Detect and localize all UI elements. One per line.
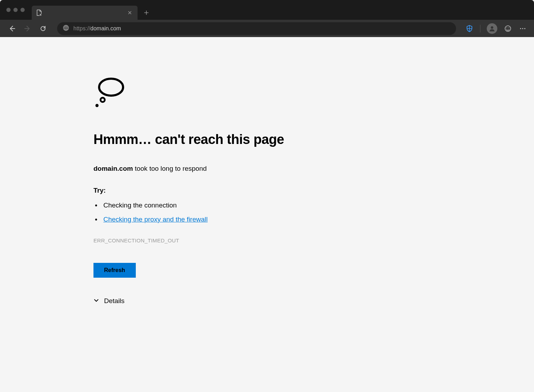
- thought-bubble-icon: [93, 76, 534, 111]
- url-prefix: https://: [73, 25, 90, 31]
- minimize-window-button[interactable]: [13, 8, 18, 12]
- new-tab-button[interactable]: [141, 7, 152, 18]
- error-message: domain.com took too long to respond: [93, 165, 534, 173]
- toolbar-divider: [480, 25, 480, 32]
- svg-point-4: [506, 28, 507, 28]
- browser-tab[interactable]: [32, 6, 138, 20]
- back-button[interactable]: [7, 24, 17, 34]
- globe-icon: [63, 25, 69, 32]
- try-list: Checking the connection Checking the pro…: [93, 201, 534, 223]
- close-window-button[interactable]: [6, 8, 11, 12]
- details-label: Details: [104, 297, 125, 305]
- refresh-button[interactable]: [38, 24, 48, 34]
- svg-point-8: [524, 28, 526, 29]
- error-title: Hmmm… can't reach this page: [93, 132, 534, 147]
- error-page-content: Hmmm… can't reach this page domain.com t…: [0, 37, 534, 305]
- try-label: Try:: [93, 187, 534, 194]
- svg-point-7: [522, 28, 523, 29]
- url-text: https://domain.com: [73, 25, 121, 32]
- window-controls: [6, 8, 25, 12]
- page-error-icon: [36, 10, 42, 16]
- svg-point-9: [101, 98, 105, 102]
- profile-avatar[interactable]: [487, 23, 497, 34]
- proxy-firewall-link[interactable]: Checking the proxy and the firewall: [103, 216, 208, 223]
- try-item-connection: Checking the connection: [93, 201, 534, 209]
- error-code: ERR_CONNECTION_TIMED_OUT: [93, 237, 534, 243]
- url-domain: domain.com: [90, 25, 121, 31]
- chevron-down-icon: [93, 297, 99, 305]
- toolbar-right: [465, 23, 527, 34]
- refresh-page-button[interactable]: Refresh: [93, 263, 136, 278]
- toolbar: https://domain.com: [0, 20, 534, 37]
- svg-point-2: [491, 26, 493, 29]
- browser-chrome: https://domain.com: [0, 0, 534, 37]
- feedback-icon[interactable]: [504, 24, 512, 33]
- address-bar[interactable]: https://domain.com: [57, 22, 456, 35]
- svg-point-5: [509, 28, 509, 28]
- details-toggle[interactable]: Details: [93, 297, 534, 305]
- forward-button[interactable]: [23, 24, 32, 34]
- tracking-shield-icon[interactable]: [465, 24, 474, 33]
- error-message-text: took too long to respond: [133, 165, 207, 172]
- svg-point-6: [520, 28, 521, 29]
- try-item-proxy: Checking the proxy and the firewall: [93, 216, 534, 223]
- titlebar: [0, 0, 534, 20]
- svg-point-10: [96, 104, 99, 107]
- maximize-window-button[interactable]: [20, 8, 25, 12]
- error-domain: domain.com: [93, 165, 133, 172]
- close-tab-button[interactable]: [126, 9, 133, 16]
- more-menu-icon[interactable]: [518, 24, 527, 33]
